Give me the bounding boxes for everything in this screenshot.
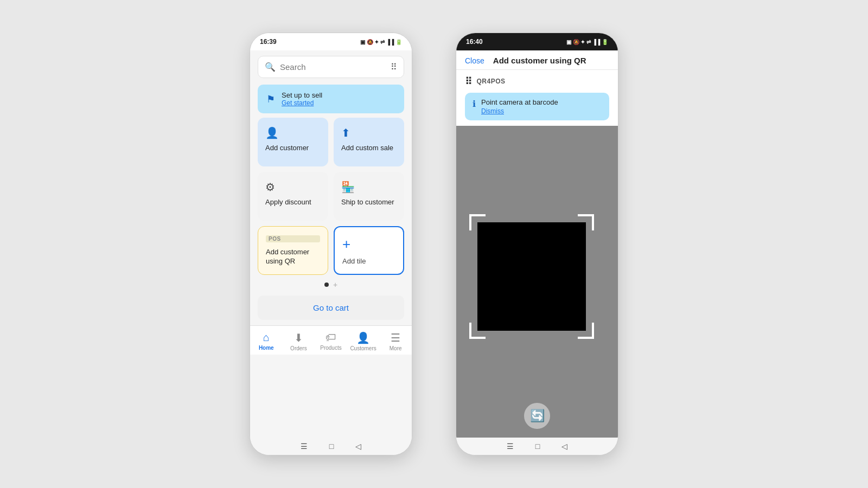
nav-more[interactable]: ☰ More xyxy=(379,329,412,354)
qr-tile-label: Add customer using QR xyxy=(266,248,320,266)
ship-to-customer-tile[interactable]: 🏪 Ship to customer xyxy=(334,172,404,221)
status-icons-1: ▣ 🔕 ✦ ⇌ ▐▐ 🔋 xyxy=(360,39,402,45)
nav-products[interactable]: 🏷 Products xyxy=(315,329,347,354)
customers-nav-label: Customers xyxy=(350,345,376,351)
flip-camera-icon: 🔄 xyxy=(530,409,545,423)
upload-icon: ⬆ xyxy=(341,126,397,139)
home-sys-icon-2[interactable]: □ xyxy=(535,442,540,451)
go-to-cart-button[interactable]: Go to cart xyxy=(258,296,404,320)
bracket-bl xyxy=(469,323,486,339)
apply-discount-tile[interactable]: ⚙ Apply discount xyxy=(258,172,328,221)
tiles-grid-row2: ⚙ Apply discount 🏪 Ship to customer xyxy=(258,172,404,221)
nav-customers[interactable]: 👤 Customers xyxy=(347,329,380,354)
status-icons-2: ▣ 🔕 ✦ ⇌ ▐▐ 🔋 xyxy=(566,39,608,45)
brand-dots-icon: ⠿ xyxy=(465,75,473,87)
home-sys-icon[interactable]: □ xyxy=(329,442,334,451)
setup-title: Set up to sell xyxy=(282,91,322,99)
time-2: 16:40 xyxy=(466,38,483,46)
apply-discount-label: Apply discount xyxy=(265,198,321,207)
dot-active xyxy=(324,282,329,287)
dismiss-button[interactable]: Dismiss xyxy=(481,107,558,115)
nav-home[interactable]: ⌂ Home xyxy=(250,329,283,354)
barcode-icon[interactable]: ⠿ xyxy=(391,62,397,72)
brand-name: QR4POS xyxy=(477,78,506,85)
bracket-br xyxy=(578,323,594,339)
add-customer-tile[interactable]: 👤 Add customer xyxy=(258,118,328,166)
search-input[interactable] xyxy=(280,62,386,72)
qr-info-text: Point camera at barcode Dismiss xyxy=(481,98,558,115)
qr-page-title: Add customer using QR xyxy=(493,56,586,65)
bracket-tl xyxy=(469,214,486,230)
flip-camera-button[interactable]: 🔄 xyxy=(524,403,550,429)
plus-icon: + xyxy=(342,236,395,253)
status-bar-1: 16:39 ▣ 🔕 ✦ ⇌ ▐▐ 🔋 xyxy=(250,33,412,50)
menu-sys-icon-2[interactable]: ☰ xyxy=(507,442,514,451)
camera-view: 🔄 xyxy=(456,126,618,438)
orders-nav-icon: ⬇ xyxy=(294,331,303,344)
home-nav-icon: ⌂ xyxy=(263,331,270,344)
camera-instruction: Point camera at barcode xyxy=(481,98,558,106)
pos-badge: POS xyxy=(266,235,320,242)
add-tile-tile[interactable]: + Add tile xyxy=(334,226,404,275)
search-bar[interactable]: 🔍 ⠿ xyxy=(258,56,404,78)
add-tile-label: Add tile xyxy=(342,257,395,266)
qr-brand-row: ⠿ QR4POS xyxy=(456,70,618,91)
home-nav-label: Home xyxy=(259,345,274,351)
setup-banner-text: Set up to sell Get started xyxy=(282,91,322,107)
products-nav-icon: 🏷 xyxy=(326,331,336,344)
phone1-content: 🔍 ⠿ ⚑ Set up to sell Get started 👤 Add c… xyxy=(250,50,412,438)
phone2-content: Close Add customer using QR ⠿ QR4POS ℹ P… xyxy=(456,50,618,438)
tiles-grid-row1: 👤 Add customer ⬆ Add custom sale xyxy=(258,118,404,166)
flag-icon: ⚑ xyxy=(266,93,275,105)
discount-icon: ⚙ xyxy=(265,181,321,194)
camera-inner xyxy=(477,222,586,331)
orders-nav-label: Orders xyxy=(290,345,307,351)
add-custom-sale-tile[interactable]: ⬆ Add custom sale xyxy=(334,118,404,166)
tiles-grid-row3: POS Add customer using QR + Add tile xyxy=(258,226,404,275)
back-sys-icon[interactable]: ◁ xyxy=(355,442,361,451)
products-nav-label: Products xyxy=(320,345,341,351)
add-custom-sale-label: Add custom sale xyxy=(341,144,397,153)
setup-banner[interactable]: ⚑ Set up to sell Get started xyxy=(258,85,404,113)
qr-header: Close Add customer using QR xyxy=(456,50,618,70)
add-customer-label: Add customer xyxy=(265,144,321,153)
menu-sys-icon[interactable]: ☰ xyxy=(301,442,308,451)
bracket-tr xyxy=(578,214,594,230)
scan-overlay xyxy=(456,126,618,438)
customers-nav-icon: 👤 xyxy=(356,331,370,344)
nav-orders[interactable]: ⬇ Orders xyxy=(283,329,315,354)
back-sys-icon-2[interactable]: ◁ xyxy=(561,442,567,451)
qr-tile[interactable]: POS Add customer using QR xyxy=(258,226,328,275)
search-icon: 🔍 xyxy=(265,62,276,72)
qr-info-banner: ℹ Point camera at barcode Dismiss xyxy=(465,93,609,120)
dot-add[interactable]: + xyxy=(333,280,337,289)
pagination: + xyxy=(250,280,412,289)
get-started-link[interactable]: Get started xyxy=(282,99,322,107)
more-nav-label: More xyxy=(390,345,402,351)
system-nav-2: ☰ □ ◁ xyxy=(456,438,618,455)
phone-qr: 16:40 ▣ 🔕 ✦ ⇌ ▐▐ 🔋 Close Add customer us… xyxy=(456,33,618,455)
time-1: 16:39 xyxy=(260,38,277,46)
user-icon: 👤 xyxy=(265,126,321,139)
bottom-nav: ⌂ Home ⬇ Orders 🏷 Products 👤 Customers ☰… xyxy=(250,325,412,355)
system-nav-1: ☰ □ ◁ xyxy=(250,438,412,455)
close-button[interactable]: Close xyxy=(465,56,484,65)
more-nav-icon: ☰ xyxy=(391,331,400,344)
status-bar-2: 16:40 ▣ 🔕 ✦ ⇌ ▐▐ 🔋 xyxy=(456,33,618,50)
ship-to-customer-label: Ship to customer xyxy=(341,198,397,207)
phone-home: 16:39 ▣ 🔕 ✦ ⇌ ▐▐ 🔋 🔍 ⠿ ⚑ Set up to sell … xyxy=(250,33,412,455)
scan-box xyxy=(477,222,597,342)
ship-icon: 🏪 xyxy=(341,181,397,194)
info-icon: ℹ xyxy=(473,99,476,109)
